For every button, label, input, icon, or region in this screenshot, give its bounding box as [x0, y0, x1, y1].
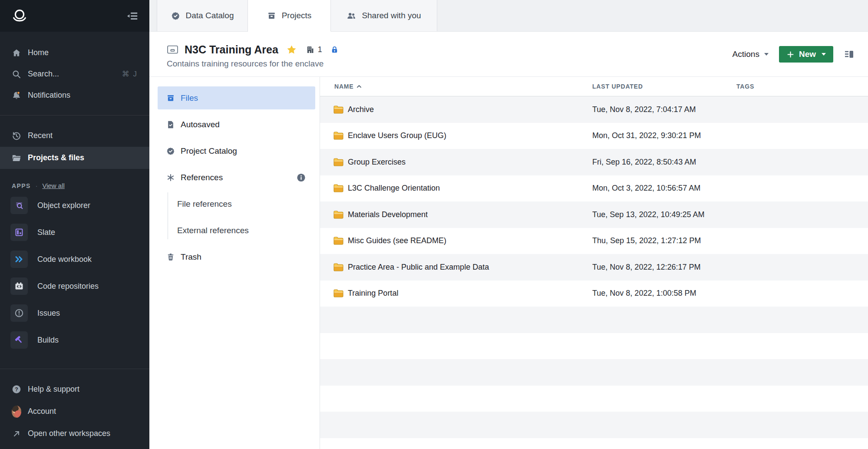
plus-icon: [786, 50, 795, 59]
project-compartment-icon: [167, 44, 178, 55]
org-count-value: 1: [318, 45, 322, 54]
main-area: Data Catalog Projects: [149, 0, 868, 449]
sidebar-item-label: Home: [28, 48, 138, 57]
table-row[interactable]: Practice Area - Public and Example Data …: [320, 254, 868, 281]
workspace-logo-icon[interactable]: [11, 8, 28, 24]
last-updated: Tue, Nov 8, 2022, 7:04:17 AM: [592, 105, 736, 114]
last-updated: Thu, Sep 15, 2022, 1:27:12 PM: [592, 236, 736, 245]
file-table: NAME LAST UPDATED TAGS: [320, 77, 868, 449]
nav-item-project-catalog[interactable]: Project Catalog: [149, 138, 320, 164]
badge-check-icon: [171, 11, 180, 20]
last-updated: Mon, Oct 31, 2022, 9:30:21 PM: [592, 131, 736, 140]
app-item-object-explorer[interactable]: Object explorer: [0, 192, 149, 219]
tab-label: Data Catalog: [186, 11, 234, 20]
sidebar-item-search[interactable]: Search... ⌘ J: [0, 63, 149, 85]
project-body: Files Autosaved: [149, 77, 868, 449]
sidebar-item-help-support[interactable]: ? Help & support: [0, 378, 149, 400]
badge-check-icon: [166, 147, 175, 155]
sidebar-nav: Home Search... ⌘ J: [0, 32, 149, 353]
sidebar-item-projects-files[interactable]: Projects & files: [0, 147, 149, 169]
app-item-label: Code repositories: [37, 282, 99, 291]
table-row[interactable]: Group Exercises Fri, Sep 16, 2022, 8:50:…: [320, 149, 868, 175]
file-name: Materials Development: [348, 210, 428, 219]
organization-count: 1: [306, 45, 322, 54]
sidebar-item-home[interactable]: Home: [0, 42, 149, 63]
object-explorer-icon: [10, 197, 28, 214]
tree-guideline: [168, 192, 168, 239]
nav-item-trash[interactable]: Trash: [149, 244, 320, 270]
tab-shared-with-you[interactable]: Shared with you: [331, 0, 437, 31]
tab-label: Projects: [282, 11, 312, 20]
sidebar-item-label: Open other workspaces: [28, 429, 138, 438]
column-header-last-updated[interactable]: LAST UPDATED: [592, 83, 736, 90]
new-button[interactable]: New: [779, 46, 833, 63]
sidebar-bottom: ? Help & support Account Open other work…: [0, 360, 149, 449]
nav-item-file-references[interactable]: File references: [149, 191, 320, 217]
code-repositories-icon: [10, 277, 28, 295]
app-item-label: Issues: [37, 309, 60, 318]
table-row[interactable]: Archive Tue, Nov 8, 2022, 7:04:17 AM: [320, 96, 868, 123]
app-item-code-repositories[interactable]: Code repositories: [0, 273, 149, 300]
last-updated: Tue, Nov 8, 2022, 12:26:17 PM: [592, 263, 736, 272]
lock-icon: [330, 45, 339, 54]
chevron-down-icon: [822, 53, 826, 56]
help-icon: ?: [12, 385, 21, 394]
file-name: Practice Area - Public and Example Data: [348, 263, 489, 272]
table-row[interactable]: Enclave Users Group (EUG) Mon, Oct 31, 2…: [320, 123, 868, 149]
sort-ascending-icon: [356, 83, 362, 89]
nav-item-external-references[interactable]: External references: [149, 217, 320, 244]
sidebar-item-account[interactable]: Account: [0, 400, 149, 423]
last-updated: Tue, Sep 13, 2022, 10:49:25 AM: [592, 210, 736, 219]
app-item-code-workbook[interactable]: Code workbook: [0, 246, 149, 273]
people-icon: [347, 11, 356, 20]
actions-menu-button[interactable]: Actions: [733, 50, 769, 59]
table-row[interactable]: L3C Challenge Orientation Mon, Oct 3, 20…: [320, 175, 868, 202]
file-name: Enclave Users Group (EUG): [348, 131, 446, 140]
app-item-builds[interactable]: Builds: [0, 327, 149, 353]
references-subgroup: File references External references: [149, 191, 320, 244]
references-info-icon[interactable]: [296, 172, 306, 182]
nav-item-references[interactable]: References: [149, 164, 320, 191]
last-updated: Mon, Oct 3, 2022, 10:56:57 AM: [592, 184, 736, 193]
column-header-tags[interactable]: TAGS: [736, 83, 868, 90]
table-row[interactable]: Misc Guides (see README) Thu, Sep 15, 20…: [320, 228, 868, 254]
app-item-issues[interactable]: Issues: [0, 300, 149, 327]
sidebar-item-open-workspaces[interactable]: Open other workspaces: [0, 423, 149, 445]
tab-projects[interactable]: Projects: [248, 0, 331, 32]
empty-row: [320, 386, 868, 412]
sidebar-item-label: Notifications: [28, 91, 138, 100]
tab-data-catalog[interactable]: Data Catalog: [157, 0, 248, 31]
column-header-name[interactable]: NAME: [320, 83, 592, 90]
folder-icon: [333, 289, 343, 297]
folder-icon: [333, 263, 343, 271]
table-row[interactable]: Training Portal Tue, Nov 8, 2022, 1:00:5…: [320, 281, 868, 307]
last-updated: Tue, Nov 8, 2022, 1:00:58 PM: [592, 289, 736, 298]
sidebar-item-label: Search...: [28, 69, 122, 79]
project-nav: Files Autosaved: [149, 77, 320, 449]
file-name: L3C Challenge Orientation: [348, 184, 440, 193]
empty-row: [320, 359, 868, 386]
sidebar-item-label: Help & support: [28, 385, 138, 394]
apps-separator: ·: [36, 182, 38, 189]
sidebar-item-label: Recent: [28, 131, 138, 140]
builds-hammer-icon: [10, 331, 28, 349]
view-all-apps-link[interactable]: View all: [42, 182, 64, 189]
bell-icon: [12, 91, 21, 100]
favorite-star-icon[interactable]: [286, 44, 297, 55]
nav-item-label: Project Catalog: [181, 146, 237, 156]
sidebar-item-recent[interactable]: Recent: [0, 125, 149, 147]
empty-row: [320, 333, 868, 360]
nav-item-files[interactable]: Files: [158, 86, 315, 109]
folder-icon: [333, 237, 343, 245]
nav-item-autosaved[interactable]: Autosaved: [149, 111, 320, 138]
issues-icon: [10, 304, 28, 322]
app-item-label: Builds: [37, 336, 59, 345]
toggle-side-panel-icon[interactable]: [844, 49, 855, 59]
collapse-sidebar-button[interactable]: [126, 11, 138, 21]
new-button-label: New: [799, 50, 816, 59]
sidebar-item-notifications[interactable]: Notifications: [0, 85, 149, 106]
app-item-slate[interactable]: Slate: [0, 219, 149, 246]
table-row[interactable]: Materials Development Tue, Sep 13, 2022,…: [320, 201, 868, 228]
nav-item-label: File references: [177, 199, 232, 209]
files-archive-icon: [166, 94, 175, 102]
